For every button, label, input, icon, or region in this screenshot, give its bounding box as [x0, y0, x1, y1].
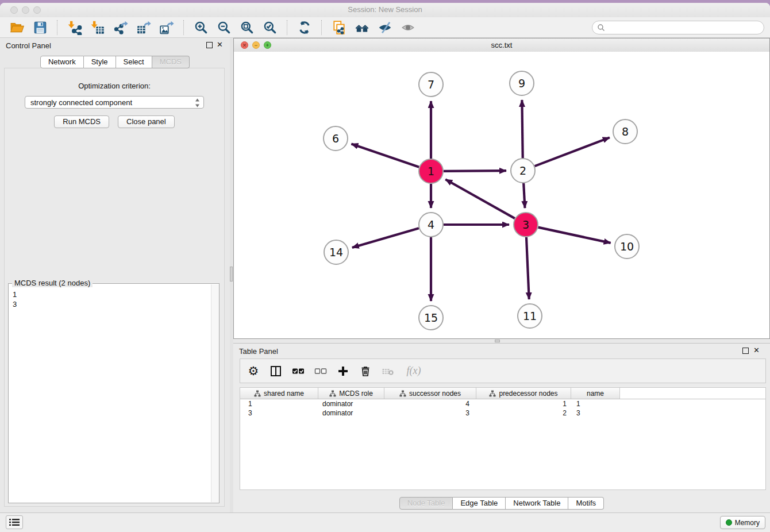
tab-mcds[interactable]: MCDS [152, 56, 190, 68]
column-type-icon [329, 390, 336, 397]
column-header-MCDS-role[interactable]: MCDS role [318, 388, 384, 399]
graph-edge-3-1[interactable] [445, 179, 515, 218]
export-table-icon[interactable] [135, 20, 152, 36]
splitter-handle[interactable] [495, 340, 500, 342]
float-panel-icon[interactable] [206, 42, 213, 48]
mcds-result-group: MCDS result (2 nodes) 1 3 [8, 283, 220, 503]
table-cell[interactable]: 1 [240, 399, 318, 408]
table-cell[interactable]: 3 [240, 408, 318, 418]
table-cell[interactable]: 3 [384, 408, 476, 418]
status-bar: Memory [0, 512, 770, 532]
float-panel-icon[interactable] [742, 348, 749, 354]
settings-gear-icon[interactable]: ⚙ [247, 365, 260, 377]
tab-network[interactable]: Network [40, 56, 84, 68]
table-cell[interactable]: dominator [318, 408, 384, 418]
clone-network-icon[interactable] [330, 20, 348, 36]
table-row: 1dominator411 [240, 399, 765, 408]
column-header-successor-nodes[interactable]: successor nodes [384, 388, 476, 399]
column-header-label: successor nodes [409, 390, 461, 398]
show-all-icon[interactable] [399, 20, 417, 36]
table-panel-tabs: Node Table Edge Table Network Table Moti… [233, 497, 770, 510]
mcds-result-list[interactable]: 1 3 [9, 284, 219, 309]
network-canvas[interactable]: 7968124314101511 [234, 52, 769, 338]
tab-style[interactable]: Style [84, 56, 116, 68]
graph-edge-4-14[interactable] [352, 228, 419, 248]
graph-edge-1-6[interactable] [351, 144, 419, 167]
tab-select[interactable]: Select [116, 56, 152, 68]
memory-button[interactable]: Memory [720, 516, 765, 529]
search-field[interactable] [592, 21, 764, 34]
save-session-icon[interactable] [32, 20, 49, 36]
table-cell[interactable]: 3 [571, 408, 620, 418]
graph-node-label: 2 [519, 164, 526, 177]
export-image-icon[interactable] [158, 20, 175, 36]
select-all-columns-icon[interactable] [292, 365, 305, 377]
unselect-all-columns-icon[interactable] [314, 365, 327, 377]
optimization-criterion-select[interactable]: strongly connected component [25, 96, 204, 109]
tab-motifs[interactable]: Motifs [568, 497, 604, 510]
table-cell[interactable]: 2 [476, 408, 571, 418]
column-header-name[interactable]: name [571, 388, 620, 399]
graph-node-label: 1 [428, 165, 434, 178]
graph-node-label: 7 [428, 78, 434, 91]
delete-columns-icon[interactable] [359, 365, 372, 377]
column-header-predecessor-nodes[interactable]: predecessor nodes [476, 388, 571, 399]
memory-status-icon [726, 519, 732, 526]
column-type-icon [489, 390, 496, 397]
column-type-icon [254, 390, 261, 397]
graph-edge-3-11[interactable] [526, 237, 529, 299]
export-network-icon[interactable] [112, 20, 129, 36]
graph-edge-2-9[interactable] [522, 100, 522, 158]
graph-node-label: 4 [428, 218, 434, 231]
refresh-icon[interactable] [296, 20, 313, 36]
run-mcds-button[interactable]: Run MCDS [54, 115, 109, 128]
mcds-result-item: 1 [13, 290, 219, 299]
zoom-out-icon[interactable] [215, 20, 233, 36]
table-panel-title: Table Panel [239, 347, 278, 356]
window-titlebar: Session: New Session [0, 3, 770, 17]
close-panel-button[interactable]: Close panel [118, 115, 175, 128]
zoom-fit-icon[interactable] [238, 20, 256, 36]
splitter-handle[interactable] [230, 267, 233, 282]
hide-selected-icon[interactable] [376, 20, 394, 36]
tab-node-table[interactable]: Node Table [399, 497, 453, 510]
first-neighbors-icon[interactable] [353, 20, 371, 36]
table-cell[interactable]: 4 [384, 399, 476, 408]
delete-table-icon[interactable] [382, 365, 394, 377]
graph-node-label: 11 [523, 310, 537, 322]
function-builder-icon[interactable]: f(x) [404, 365, 424, 377]
result-scrollbar[interactable] [211, 284, 219, 502]
network-window-title: scc.txt [234, 41, 769, 49]
column-header-label: name [587, 390, 604, 398]
search-input[interactable] [607, 23, 753, 32]
tab-network-table[interactable]: Network Table [506, 497, 568, 510]
import-table-icon[interactable] [89, 20, 106, 36]
close-panel-icon[interactable]: ✕ [217, 40, 223, 49]
column-layout-icon[interactable] [270, 365, 282, 377]
open-file-icon[interactable] [9, 20, 26, 36]
graph-edge-1-2[interactable] [444, 171, 506, 171]
task-history-icon[interactable] [6, 515, 23, 529]
optimization-criterion-value: strongly connected component [30, 98, 132, 107]
table-cell[interactable]: 1 [571, 399, 620, 408]
graph-edge-2-3[interactable] [523, 183, 525, 208]
mcds-tab-content: Optimization criterion: strongly connect… [4, 68, 225, 507]
zoom-in-icon[interactable] [192, 20, 210, 36]
network-window: ✕ − + scc.txt 7968124314101511 [233, 38, 770, 339]
graph-edge-2-8[interactable] [535, 137, 610, 166]
tab-edge-table[interactable]: Edge Table [453, 497, 506, 510]
add-column-icon[interactable] [337, 365, 349, 377]
close-panel-icon[interactable]: ✕ [753, 346, 760, 354]
import-network-icon[interactable] [66, 20, 83, 36]
zoom-selected-icon[interactable] [261, 20, 279, 36]
table-cell[interactable]: 1 [476, 399, 571, 408]
control-panel-tabs: Network Style Select MCDS [0, 56, 230, 68]
column-header-shared-name[interactable]: shared name [240, 388, 318, 399]
column-header-label: shared name [264, 390, 304, 398]
table-cell[interactable]: dominator [318, 399, 384, 408]
horizontal-splitter[interactable] [233, 339, 770, 343]
table-body: 1dominator4113dominator323 [240, 399, 765, 418]
graph-edge-3-10[interactable] [538, 228, 611, 243]
graph-node-label: 9 [518, 77, 525, 90]
toolbar-separator [57, 20, 58, 35]
